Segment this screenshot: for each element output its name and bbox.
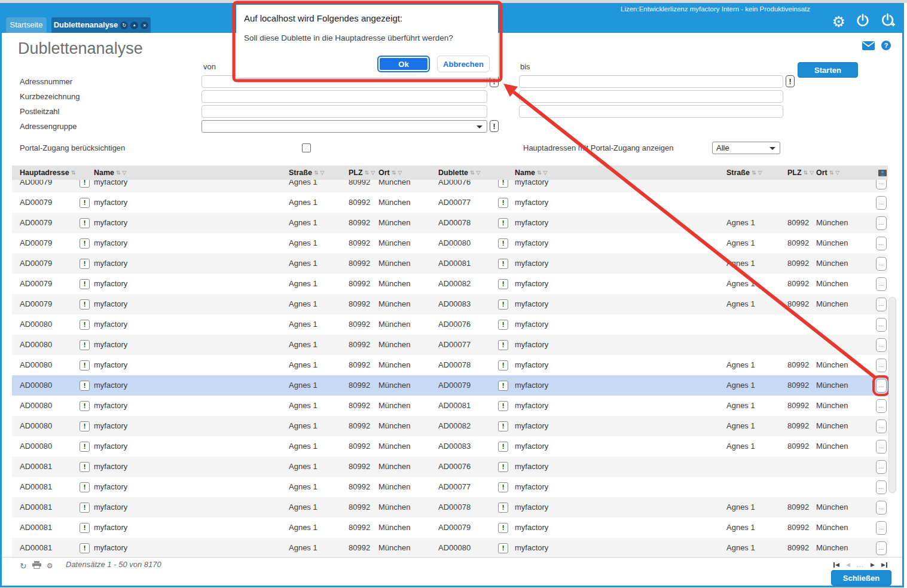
row-actions-button[interactable]: ... bbox=[876, 216, 887, 230]
row-actions-button[interactable]: ... bbox=[876, 419, 887, 433]
row-actions-button[interactable]: ... bbox=[876, 440, 887, 454]
row-actions-button[interactable]: ... bbox=[876, 399, 887, 413]
header-dublette-ort[interactable]: Ort ⇅ ▽ bbox=[816, 166, 876, 180]
warning-icon[interactable]: ! bbox=[80, 462, 90, 472]
tab-close-icon[interactable]: ✕ bbox=[141, 22, 148, 29]
sort-icon[interactable]: ⇅ bbox=[804, 166, 808, 180]
kurzbezeichnung-bis-input[interactable] bbox=[519, 90, 783, 103]
filter-icon[interactable]: ▽ bbox=[810, 166, 814, 180]
warning-icon[interactable]: ! bbox=[80, 421, 90, 431]
sort-icon[interactable]: ⇅ bbox=[365, 166, 369, 180]
postleitzahl-bis-input[interactable] bbox=[519, 105, 783, 118]
warning-icon[interactable]: ! bbox=[498, 259, 508, 269]
warning-icon[interactable]: ! bbox=[80, 279, 90, 289]
warning-icon[interactable]: ! bbox=[498, 279, 508, 289]
header-dublette-strasse[interactable]: Straße ⇅ ▽ bbox=[726, 166, 787, 180]
table-row[interactable]: AD00080 ! myfactory Agnes 1 80992 Münche… bbox=[12, 396, 888, 416]
warning-icon[interactable]: ! bbox=[498, 421, 508, 431]
filter-icon[interactable]: ▽ bbox=[758, 166, 762, 180]
header-plz[interactable]: PLZ ⇅ ▽ bbox=[349, 166, 378, 180]
row-actions-button[interactable]: ... bbox=[876, 180, 887, 189]
list-settings-icon[interactable]: ⚙ bbox=[47, 562, 53, 569]
header-hauptadresse[interactable]: Hauptadresse ⇅ bbox=[12, 166, 80, 180]
warning-icon[interactable]: ! bbox=[498, 238, 508, 249]
dialog-cancel-button[interactable]: Abbrechen bbox=[437, 56, 490, 72]
table-row[interactable]: AD00079 ! myfactory Agnes 1 80992 Münche… bbox=[12, 253, 888, 274]
warning-icon[interactable]: ! bbox=[80, 198, 90, 208]
warning-icon[interactable]: ! bbox=[498, 180, 508, 188]
filter-icon[interactable]: ▽ bbox=[477, 166, 481, 180]
warning-icon[interactable]: ! bbox=[80, 381, 90, 391]
dialog-ok-button[interactable]: Ok bbox=[377, 56, 430, 72]
table-row[interactable]: AD00080 ! myfactory Agnes 1 80992 Münche… bbox=[12, 416, 888, 436]
table-row[interactable]: AD00079 ! myfactory Agnes 1 80992 Münche… bbox=[12, 192, 888, 213]
warning-icon[interactable]: ! bbox=[80, 259, 90, 269]
last-page-button[interactable]: ▶ bbox=[881, 562, 887, 568]
print-icon[interactable] bbox=[32, 561, 41, 571]
row-actions-button[interactable]: ... bbox=[876, 338, 887, 352]
first-page-button[interactable]: ◀ bbox=[833, 562, 839, 568]
warning-icon[interactable]: ! bbox=[80, 238, 90, 249]
sort-icon[interactable]: ⇅ bbox=[71, 166, 76, 180]
filter-icon[interactable]: ▽ bbox=[123, 166, 127, 180]
row-actions-button[interactable]: ... bbox=[876, 359, 887, 372]
warning-icon[interactable]: ! bbox=[498, 218, 508, 228]
sort-icon[interactable]: ⇅ bbox=[829, 166, 834, 180]
warning-icon[interactable]: ! bbox=[80, 180, 90, 188]
warning-icon[interactable]: ! bbox=[80, 442, 90, 452]
table-row[interactable]: AD00081 ! myfactory Agnes 1 80992 Münche… bbox=[12, 517, 888, 538]
logout-power-icon[interactable] bbox=[856, 13, 870, 30]
warning-icon[interactable]: ! bbox=[498, 340, 508, 350]
sort-icon[interactable]: ⇅ bbox=[392, 166, 396, 180]
tab-dublettenanalyse[interactable]: Dublettenanalyse ↻ ▲ ✕ bbox=[51, 17, 151, 33]
table-row[interactable]: AD00080 ! myfactory Agnes 1 80992 Münche… bbox=[12, 335, 888, 355]
table-row[interactable]: AD00080 ! myfactory Agnes 1 80992 Münche… bbox=[12, 436, 888, 457]
logout-new-session-power-icon[interactable] bbox=[880, 13, 896, 30]
prev-page-button[interactable]: ◀ bbox=[846, 562, 850, 568]
warning-icon[interactable]: ! bbox=[498, 503, 508, 513]
warning-icon[interactable]: ! bbox=[80, 299, 90, 310]
warning-icon[interactable]: ! bbox=[80, 218, 90, 228]
row-actions-button[interactable]: ... bbox=[876, 521, 887, 535]
postleitzahl-von-input[interactable] bbox=[201, 105, 487, 118]
warning-icon[interactable]: ! bbox=[498, 381, 508, 391]
warning-icon[interactable]: ! bbox=[498, 442, 508, 452]
help-icon[interactable]: ? bbox=[881, 41, 891, 50]
tab-collapse-icon[interactable]: ▲ bbox=[130, 22, 138, 29]
table-row[interactable]: AD00080 ! myfactory Agnes 1 80992 Münche… bbox=[12, 314, 888, 335]
table-row[interactable]: AD00079 ! myfactory Agnes 1 80992 Münche… bbox=[12, 213, 888, 233]
table-row[interactable]: AD00081 ! myfactory Agnes 1 80992 Münche… bbox=[12, 497, 888, 517]
tab-startseite[interactable]: Startseite bbox=[6, 17, 47, 33]
warning-icon[interactable]: ! bbox=[498, 360, 508, 370]
header-strasse[interactable]: Straße ⇅ ▽ bbox=[289, 166, 349, 180]
adressengruppe-select[interactable] bbox=[201, 120, 487, 133]
warning-icon[interactable]: ! bbox=[498, 543, 508, 553]
row-actions-button[interactable]: ... bbox=[876, 541, 887, 555]
warning-icon[interactable]: ! bbox=[498, 198, 508, 208]
tab-refresh-icon[interactable]: ↻ bbox=[120, 22, 128, 29]
table-row[interactable]: AD00081 ! myfactory Agnes 1 80992 Münche… bbox=[12, 538, 888, 558]
table-row[interactable]: AD00081 ! myfactory Agnes 1 80992 Münche… bbox=[12, 457, 888, 477]
warning-icon[interactable]: ! bbox=[498, 299, 508, 310]
starten-button[interactable]: Starten bbox=[798, 62, 858, 78]
warning-icon[interactable]: ! bbox=[80, 360, 90, 370]
filter-icon[interactable]: ▽ bbox=[835, 166, 839, 180]
warning-icon[interactable]: ! bbox=[80, 503, 90, 513]
mail-icon[interactable] bbox=[862, 41, 875, 50]
warning-icon[interactable]: ! bbox=[498, 401, 508, 411]
row-actions-button[interactable]: ... bbox=[876, 480, 887, 494]
table-row[interactable]: AD00081 ! myfactory Agnes 1 80992 Münche… bbox=[12, 477, 888, 497]
warning-icon[interactable]: ! bbox=[498, 482, 508, 492]
warning-icon[interactable]: ! bbox=[80, 543, 90, 553]
portal-show-select[interactable]: Alle bbox=[712, 142, 780, 154]
adressnummer-bis-warning-button[interactable]: ! bbox=[786, 75, 795, 87]
table-row[interactable]: AD00079 ! myfactory Agnes 1 80992 Münche… bbox=[12, 294, 888, 314]
adressengruppe-warning-button[interactable]: ! bbox=[490, 120, 499, 132]
header-ort[interactable]: Ort ⇅ ▽ bbox=[378, 166, 438, 180]
page-ellipsis[interactable]: ... bbox=[857, 561, 864, 568]
table-row[interactable]: AD00080 ! myfactory Agnes 1 80992 Münche… bbox=[12, 375, 888, 396]
header-name[interactable]: Name ⇅ ▽ bbox=[94, 166, 289, 180]
table-row[interactable]: AD00080 ! myfactory Agnes 1 80992 Münche… bbox=[12, 355, 888, 375]
warning-icon[interactable]: ! bbox=[80, 340, 90, 350]
warning-icon[interactable]: ! bbox=[498, 462, 508, 472]
